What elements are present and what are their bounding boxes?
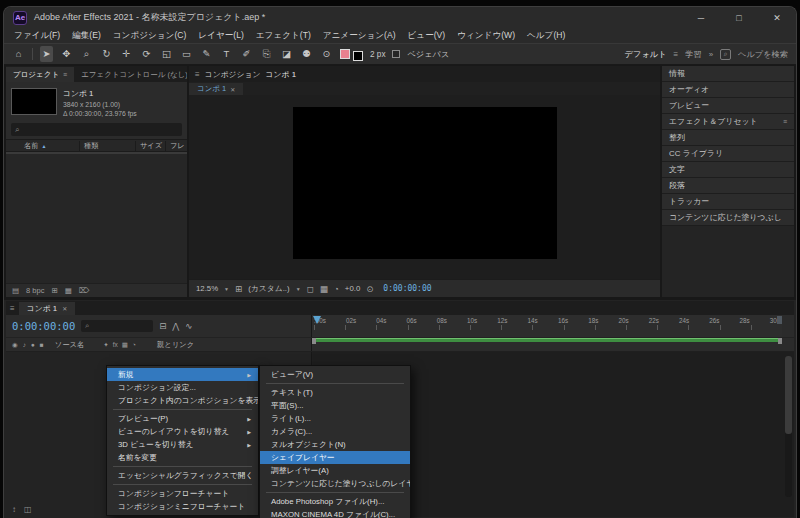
help-search-icon[interactable]: ⌕ bbox=[720, 49, 731, 60]
panel-menu-icon[interactable]: ≡ bbox=[63, 71, 67, 78]
menu-item-rename[interactable]: 名前を変更 bbox=[107, 451, 258, 464]
panel-header-tracker[interactable]: トラッカー bbox=[662, 194, 794, 210]
close-icon[interactable]: ✕ bbox=[62, 305, 67, 312]
composition-mini-flowchart-icon[interactable]: ⊟ bbox=[159, 321, 166, 331]
submenu-item-null-object[interactable]: ヌルオブジェクト(N) bbox=[260, 438, 410, 451]
exposure-value[interactable]: +0.0 bbox=[345, 284, 360, 293]
panel-header-content-aware-fill[interactable]: コンテンツに応じた塗りつぶし bbox=[662, 210, 794, 226]
work-area-bar[interactable] bbox=[312, 338, 782, 342]
zoom-tool-icon[interactable]: ⌕ bbox=[80, 46, 93, 62]
puppet-pin-tool-icon[interactable]: ⊙ bbox=[320, 46, 333, 62]
menu-animation[interactable]: アニメーション(A) bbox=[317, 30, 402, 42]
fx-icon[interactable]: fx bbox=[113, 341, 118, 348]
hand-tool-icon[interactable]: ✥ bbox=[60, 46, 73, 62]
scrollbar-thumb[interactable] bbox=[785, 356, 792, 434]
project-list-empty-area[interactable] bbox=[6, 154, 187, 283]
selection-tool-icon[interactable]: ➤ bbox=[40, 46, 53, 62]
submenu-item-shape-layer[interactable]: シェイプレイヤー bbox=[260, 451, 410, 464]
fill-color-swatch[interactable] bbox=[340, 49, 350, 59]
project-search-input[interactable]: ⌕ bbox=[11, 123, 182, 136]
pan-camera-tool-icon[interactable]: ✛ bbox=[120, 46, 133, 62]
new-composition-icon[interactable]: ▦ bbox=[65, 286, 72, 295]
home-tool-icon[interactable]: ⌂ bbox=[12, 46, 25, 62]
bezier-path-checkbox[interactable] bbox=[392, 50, 400, 58]
panel-header-effects-presets[interactable]: エフェクト＆プリセット≡ bbox=[662, 114, 794, 130]
eraser-tool-icon[interactable]: ◪ bbox=[280, 46, 293, 62]
work-area-end-handle[interactable] bbox=[777, 316, 782, 324]
timeline-search-input[interactable]: ⌕ bbox=[81, 320, 153, 332]
menu-item-switch-view-layout[interactable]: ビューのレイアウトを切り替え ▶ bbox=[107, 425, 258, 438]
composition-timecode[interactable]: 0:00:00:00 bbox=[383, 284, 431, 293]
menu-effect[interactable]: エフェクト(T) bbox=[250, 30, 317, 42]
workspace-tab-default[interactable]: デフォルト bbox=[625, 49, 667, 60]
close-button[interactable]: ✕ bbox=[758, 7, 796, 28]
source-name-column[interactable]: ソース名 bbox=[55, 340, 85, 350]
menu-item-new[interactable]: 新規 ▶ bbox=[107, 368, 258, 381]
menu-layer[interactable]: レイヤー(L) bbox=[192, 30, 249, 42]
submenu-item-viewer[interactable]: ビューア(V) bbox=[260, 368, 410, 381]
menu-edit[interactable]: 編集(E) bbox=[66, 30, 107, 42]
resolution-dropdown[interactable]: (カスタム..) bbox=[248, 283, 289, 294]
column-size[interactable]: サイズ bbox=[135, 141, 165, 151]
menu-item-composition-flowchart[interactable]: コンポジションフローチャート bbox=[107, 487, 258, 500]
region-of-interest-icon[interactable]: ◻ bbox=[307, 284, 314, 294]
menu-composition[interactable]: コンポジション(C) bbox=[107, 30, 193, 42]
zoom-level-dropdown[interactable]: 12.5% bbox=[196, 284, 218, 293]
close-icon[interactable]: ✕ bbox=[230, 86, 235, 93]
submenu-item-cinema4d-file[interactable]: MAXON CINEMA 4D ファイル(C)... bbox=[260, 508, 410, 518]
transparency-grid-icon[interactable]: ▦ bbox=[320, 284, 328, 294]
panel-header-info[interactable]: 情報 bbox=[662, 66, 794, 82]
toggle-switches-icon[interactable]: ◫ bbox=[24, 505, 32, 514]
maximize-button[interactable]: □ bbox=[720, 7, 758, 28]
column-name[interactable]: 名前 ▲ bbox=[6, 141, 79, 151]
panel-header-character[interactable]: 文字 bbox=[662, 162, 794, 178]
menu-help[interactable]: ヘルプ(H) bbox=[521, 30, 571, 42]
submenu-item-photoshop-file[interactable]: Adobe Photoshop ファイル(H)... bbox=[260, 495, 410, 508]
workspace-menu-icon[interactable]: ≡ bbox=[674, 50, 679, 59]
menu-item-composition-mini-flowchart[interactable]: コンポジションミニフローチャート bbox=[107, 500, 258, 513]
audio-column-icon[interactable]: ♪ bbox=[23, 341, 26, 348]
submenu-item-content-aware-fill-layer[interactable]: コンテンツに応じた塗りつぶしのレイヤー... bbox=[260, 477, 410, 490]
timeline-timecode[interactable]: 0:00:00:00 bbox=[12, 320, 75, 332]
panel-header-cc-libraries[interactable]: CC ライブラリ bbox=[662, 146, 794, 162]
delete-item-icon[interactable]: ⌦ bbox=[79, 286, 90, 295]
lock-column-icon[interactable]: ■ bbox=[40, 341, 44, 348]
composition-thumbnail[interactable] bbox=[11, 88, 57, 115]
panel-menu-icon[interactable]: ≡ bbox=[783, 118, 787, 125]
type-tool-icon[interactable]: T bbox=[220, 46, 233, 62]
submenu-item-light[interactable]: ライト(L)... bbox=[260, 412, 410, 425]
viewer-tab-comp1[interactable]: コンポ 1 ✕ bbox=[189, 83, 243, 95]
panel-menu-icon[interactable]: ≡ bbox=[195, 70, 200, 79]
solo-column-icon[interactable]: ● bbox=[31, 341, 35, 348]
roto-brush-tool-icon[interactable]: ⚉ bbox=[300, 46, 313, 62]
expand-layers-icon[interactable]: ↕ bbox=[12, 505, 16, 514]
menu-item-switch-3d-view[interactable]: 3D ビューを切り替え ▶ bbox=[107, 438, 258, 451]
menu-item-open-in-essential-graphics[interactable]: エッセンシャルグラフィックスで開く bbox=[107, 469, 258, 482]
timeline-ruler[interactable]: :00s 02s 04s 06s 08s 10s 12s 14s 16s 18s… bbox=[312, 315, 782, 337]
parent-link-column[interactable]: 親とリンク bbox=[157, 340, 194, 350]
new-folder-icon[interactable]: ⊞ bbox=[51, 286, 57, 295]
brush-tool-icon[interactable]: ✐ bbox=[240, 46, 253, 62]
tab-project[interactable]: プロジェクト ≡ bbox=[6, 67, 74, 82]
menu-file[interactable]: ファイル(F) bbox=[8, 30, 66, 42]
stroke-color-swatch[interactable] bbox=[353, 51, 363, 61]
show-channel-icon[interactable]: ◔ bbox=[334, 284, 339, 294]
video-column-icon[interactable]: ◉ bbox=[12, 341, 18, 349]
shape-tool-icon[interactable]: ▭ bbox=[180, 46, 193, 62]
graph-editor-icon[interactable]: ∿ bbox=[185, 321, 192, 331]
pen-tool-icon[interactable]: ✎ bbox=[200, 46, 213, 62]
composition-viewer[interactable] bbox=[189, 95, 660, 279]
panel-header-preview[interactable]: プレビュー bbox=[662, 98, 794, 114]
workspace-overflow-icon[interactable]: » bbox=[709, 50, 713, 59]
panel-header-align[interactable]: 整列 bbox=[662, 130, 794, 146]
menu-view[interactable]: ビュー(V) bbox=[402, 30, 452, 42]
work-area-end-handle[interactable] bbox=[778, 338, 782, 344]
draft-3d-icon[interactable]: ⋀ bbox=[172, 321, 179, 331]
menu-item-preview[interactable]: プレビュー(P) ▶ bbox=[107, 412, 258, 425]
rotation-tool-icon[interactable]: ⟳ bbox=[140, 46, 153, 62]
panel-header-audio[interactable]: オーディオ bbox=[662, 82, 794, 98]
panel-menu-icon[interactable]: ≡ bbox=[10, 304, 15, 313]
project-bit-depth[interactable]: 8 bpc bbox=[26, 286, 44, 295]
timeline-scrollbar[interactable] bbox=[785, 356, 792, 497]
menu-item-reveal-composition-in-project[interactable]: プロジェクト内のコンポジションを表示 bbox=[107, 394, 258, 407]
